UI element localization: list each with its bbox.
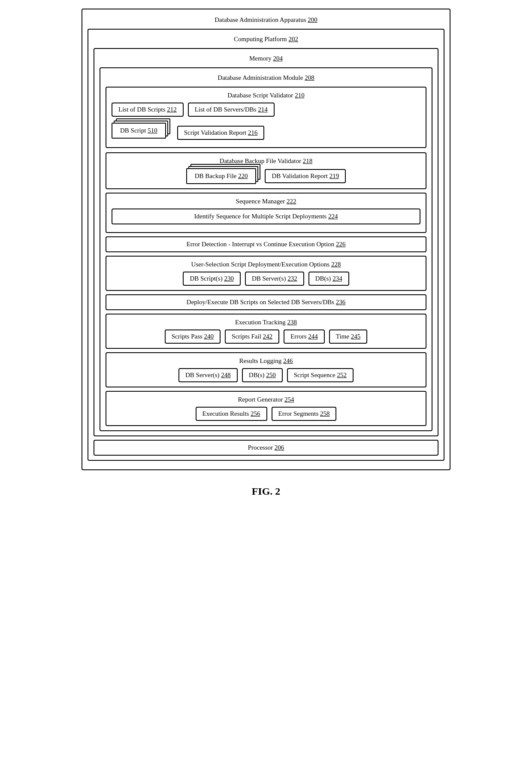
execution-results-box: Execution Results 256 (196, 407, 267, 421)
execution-tracking-title: Execution Tracking 238 (112, 319, 420, 326)
script-validation-report-box: Script Validation Report 216 (177, 126, 265, 140)
results-logging-title: Results Logging 246 (112, 357, 420, 365)
list-db-servers-box: List of DB Servers/DBs 214 (188, 103, 275, 117)
db-script-box: DB Script 510 (112, 123, 166, 139)
db-admin-module-title: Database Administration Module 208 (106, 73, 426, 83)
user-selection-box: User-Selection Script Deployment/Executi… (106, 256, 426, 291)
computing-platform-box: Computing Platform 202 Memory 204 Databa… (88, 29, 444, 461)
memory-title: Memory 204 (100, 53, 432, 64)
error-detection-box: Error Detection - Interrupt vs Continue … (106, 236, 426, 252)
memory-box: Memory 204 Database Administration Modul… (94, 48, 438, 436)
errors-box: Errors 244 (284, 330, 325, 344)
user-selection-title: User-Selection Script Deployment/Executi… (112, 261, 420, 268)
db-backup-validator-box: Database Backup File Validator 218 DB Ba… (106, 152, 426, 189)
db-script-validator-title: Database Script Validator 210 (112, 92, 420, 99)
db-backup-validator-title: Database Backup File Validator 218 (112, 157, 420, 165)
script-sequence-box: Script Sequence 252 (287, 368, 354, 382)
db-script-validator-box: Database Script Validator 210 List of DB… (106, 87, 426, 148)
sequence-manager-box: Sequence Manager 222 Identify Sequence f… (106, 193, 426, 233)
db-server-log-box: DB Server(s) 248 (178, 368, 238, 382)
report-generator-box: Report Generator 254 Execution Results 2… (106, 391, 426, 426)
deploy-execute-box: Deploy/Execute DB Scripts on Selected DB… (106, 294, 426, 310)
db-scripts-opt-box: DB Script(s) 230 (183, 272, 241, 286)
processor-box: Processor 206 (94, 440, 438, 456)
db-validation-report-box: DB Validation Report 219 (265, 169, 346, 183)
list-db-scripts-box: List of DB Scripts 212 (112, 103, 184, 117)
time-box: Time 245 (329, 330, 367, 344)
fig-label: FIG. 2 (252, 486, 281, 497)
dbs-log-box: DB(s) 250 (242, 368, 283, 382)
identify-sequence-box: Identify Sequence for Multiple Script De… (112, 209, 420, 224)
dbs-opt-box: DB(s) 234 (308, 272, 349, 286)
scripts-fail-box: Scripts Fail 242 (225, 330, 279, 344)
db-servers-opt-box: DB Server(s) 232 (245, 272, 304, 286)
scripts-pass-box: Scripts Pass 240 (165, 330, 221, 344)
db-backup-file-box: DB Backup File 220 (186, 168, 257, 184)
computing-platform-title: Computing Platform 202 (94, 34, 438, 45)
db-admin-module-box: Database Administration Module 208 Datab… (100, 67, 432, 431)
execution-tracking-box: Execution Tracking 238 Scripts Pass 240 … (106, 314, 426, 349)
sequence-manager-title: Sequence Manager 222 (112, 198, 420, 205)
db-backup-file-stacked: DB Backup File 220 (186, 168, 257, 184)
report-generator-title: Report Generator 254 (112, 396, 420, 403)
error-segments-box: Error Segments 258 (272, 407, 337, 421)
db-script-stacked: DB Script 510 (112, 123, 166, 139)
database-admin-apparatus-box: Database Administration Apparatus 200 Co… (82, 9, 450, 470)
results-logging-box: Results Logging 246 DB Server(s) 248 DB(… (106, 352, 426, 387)
apparatus-title: Database Administration Apparatus 200 (88, 15, 444, 25)
